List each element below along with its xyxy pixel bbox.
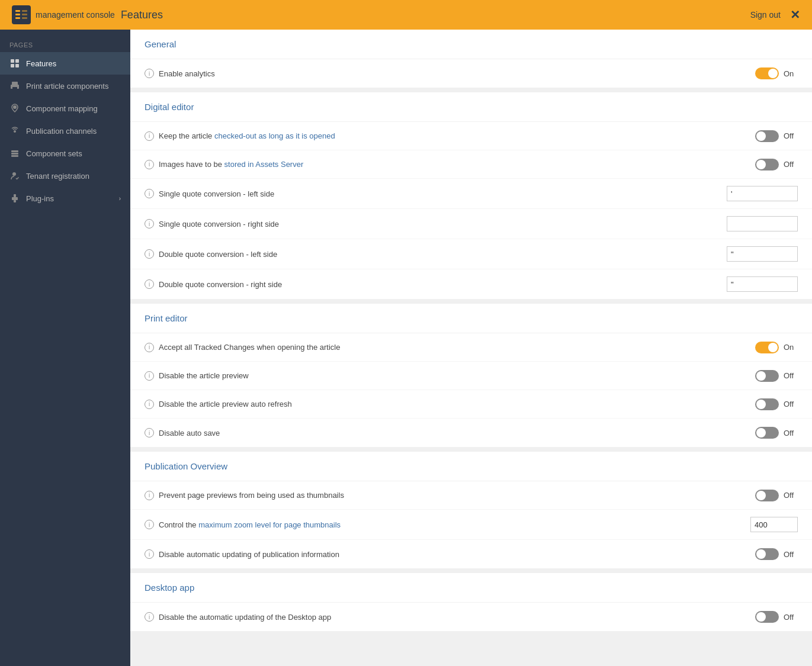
toggle-enable-analytics[interactable] — [755, 67, 779, 79]
toggle-label-enable-analytics: On — [784, 69, 798, 78]
feature-text-disable-preview: Disable the article preview — [159, 371, 249, 380]
toggle-container-images-stored: Off — [755, 159, 798, 170]
feature-row-prevent-page-previews: i Prevent page previews from being used … — [130, 481, 812, 510]
info-icon-disable-preview-refresh[interactable]: i — [145, 400, 154, 409]
toggle-container-disable-preview: Off — [755, 370, 798, 382]
sign-out-button[interactable]: Sign out — [750, 10, 781, 20]
toggle-accept-tracked[interactable] — [755, 342, 779, 353]
info-icon-keep-article[interactable]: i — [145, 131, 154, 141]
toggle-keep-article[interactable] — [755, 130, 779, 142]
info-icon-accept-tracked[interactable]: i — [145, 343, 154, 352]
info-icon-control-max-zoom[interactable]: i — [145, 520, 154, 529]
feature-label-single-quote-left: i Single quote conversion - left side — [145, 189, 274, 198]
svg-rect-10 — [15, 64, 19, 67]
sidebar-item-component-mapping-label: Component mapping — [26, 104, 98, 113]
map-pin-icon — [9, 103, 20, 114]
keep-article-link[interactable]: checked-out as long as it is opened — [214, 131, 335, 140]
sidebar-section-label: PAGES — [0, 36, 130, 52]
page-title: Features — [121, 9, 163, 21]
input-double-quote-right[interactable] — [727, 276, 798, 292]
feature-label-enable-analytics: i Enable analytics — [145, 69, 215, 78]
toggle-knob-keep-article — [756, 131, 766, 141]
info-icon-images-stored[interactable]: i — [145, 160, 154, 169]
close-button[interactable]: ✕ — [790, 8, 800, 22]
toggle-container-keep-article: Off — [755, 130, 798, 142]
toggle-container-disable-auto-save: Off — [755, 427, 798, 439]
feature-label-double-quote-left: i Double quote conversion - left side — [145, 249, 277, 259]
info-icon-enable-analytics[interactable]: i — [145, 69, 154, 78]
info-icon-disable-auto-updating[interactable]: i — [145, 549, 154, 559]
toggle-knob-disable-auto-updating — [756, 549, 766, 559]
section-print-editor-title: Print editor — [145, 313, 188, 323]
svg-rect-21 — [12, 197, 18, 200]
print-icon — [9, 81, 20, 91]
toggle-disable-preview[interactable] — [755, 370, 779, 382]
section-general-header: General — [130, 30, 812, 59]
svg-rect-7 — [11, 59, 14, 63]
feature-text-control-max-zoom: Control the maximum zoom level for page … — [159, 520, 341, 529]
svg-rect-22 — [14, 200, 16, 202]
toggle-label-disable-auto-save: Off — [784, 429, 798, 437]
toggle-disable-desktop-auto-update[interactable] — [755, 611, 779, 623]
section-desktop-app: Desktop app i Disable the automatic upda… — [130, 573, 812, 631]
feature-row-disable-auto-save: i Disable auto save Off — [130, 419, 812, 447]
feature-label-disable-desktop-auto-update: i Disable the automatic updating of the … — [145, 612, 331, 622]
section-general: General i Enable analytics On — [130, 30, 812, 88]
sidebar-item-component-sets[interactable]: Component sets — [0, 142, 130, 165]
images-stored-link[interactable]: stored in Assets Server — [224, 160, 304, 169]
sidebar-item-plug-ins[interactable]: Plug-ins › — [0, 187, 130, 210]
feature-label-disable-auto-save: i Disable auto save — [145, 428, 220, 437]
header-right: Sign out ✕ — [750, 8, 800, 22]
feature-label-keep-article: i Keep the article checked-out as long a… — [145, 131, 335, 141]
toggle-disable-auto-updating[interactable] — [755, 548, 779, 560]
toggle-container-accept-tracked: On — [755, 342, 798, 353]
info-icon-single-quote-right[interactable]: i — [145, 219, 154, 229]
toggle-label-disable-auto-updating: Off — [784, 550, 798, 559]
toggle-label-disable-desktop-auto-update: Off — [784, 613, 798, 622]
info-icon-prevent-page-previews[interactable]: i — [145, 491, 154, 500]
info-icon-single-quote-left[interactable]: i — [145, 189, 154, 198]
sidebar-item-component-mapping[interactable]: Component mapping — [0, 97, 130, 120]
feature-text-single-quote-left: Single quote conversion - left side — [159, 189, 274, 198]
toggle-images-stored[interactable] — [755, 159, 779, 170]
toggle-prevent-page-previews[interactable] — [755, 490, 779, 501]
feature-label-single-quote-right: i Single quote conversion - right side — [145, 219, 279, 229]
info-icon-disable-desktop-auto-update[interactable]: i — [145, 612, 154, 622]
feature-text-disable-auto-save: Disable auto save — [159, 429, 220, 437]
sidebar-item-print-article-components[interactable]: Print article components — [0, 75, 130, 97]
svg-point-14 — [13, 105, 17, 109]
header: management console Features Sign out ✕ — [0, 0, 812, 30]
feature-text-double-quote-right: Double quote conversion - right side — [159, 280, 282, 289]
input-double-quote-left[interactable] — [727, 246, 798, 262]
feature-row-images-stored: i Images have to be stored in Assets Ser… — [130, 150, 812, 179]
info-icon-disable-preview[interactable]: i — [145, 371, 154, 381]
info-icon-disable-auto-save[interactable]: i — [145, 428, 154, 437]
info-icon-double-quote-left[interactable]: i — [145, 249, 154, 259]
svg-rect-5 — [22, 14, 27, 15]
sidebar-item-publication-channels-label: Publication channels — [26, 127, 97, 136]
sidebar-item-tenant-registration[interactable]: Tenant registration — [0, 165, 130, 187]
input-single-quote-left[interactable] — [727, 186, 798, 201]
sidebar-item-features[interactable]: Features — [0, 52, 130, 75]
feature-label-prevent-page-previews: i Prevent page previews from being used … — [145, 491, 344, 500]
sidebar-item-tenant-registration-label: Tenant registration — [26, 172, 89, 181]
info-icon-double-quote-right[interactable]: i — [145, 279, 154, 289]
toggle-label-images-stored: Off — [784, 160, 798, 169]
toggle-disable-auto-save[interactable] — [755, 427, 779, 439]
toggle-label-disable-preview-refresh: Off — [784, 400, 798, 408]
toggle-disable-preview-refresh[interactable] — [755, 398, 779, 410]
toggle-knob-disable-preview — [756, 371, 766, 381]
feature-row-single-quote-left: i Single quote conversion - left side — [130, 179, 812, 209]
max-zoom-link[interactable]: maximum zoom level for page thumbnails — [198, 520, 341, 529]
section-publication-overview-header: Publication Overview — [130, 452, 812, 481]
chevron-right-icon: › — [119, 195, 121, 202]
section-print-editor: Print editor i Accept all Tracked Change… — [130, 304, 812, 447]
logo-icon — [12, 5, 31, 24]
sidebar-item-plug-ins-label: Plug-ins — [26, 194, 54, 203]
input-single-quote-right[interactable] — [727, 216, 798, 231]
feature-row-double-quote-right: i Double quote conversion - right side — [130, 269, 812, 299]
input-control-max-zoom[interactable] — [750, 517, 798, 532]
feature-text-disable-preview-refresh: Disable the article preview auto refresh — [159, 400, 292, 408]
feature-row-accept-tracked-changes: i Accept all Tracked Changes when openin… — [130, 333, 812, 362]
sidebar-item-publication-channels[interactable]: Publication channels — [0, 120, 130, 142]
